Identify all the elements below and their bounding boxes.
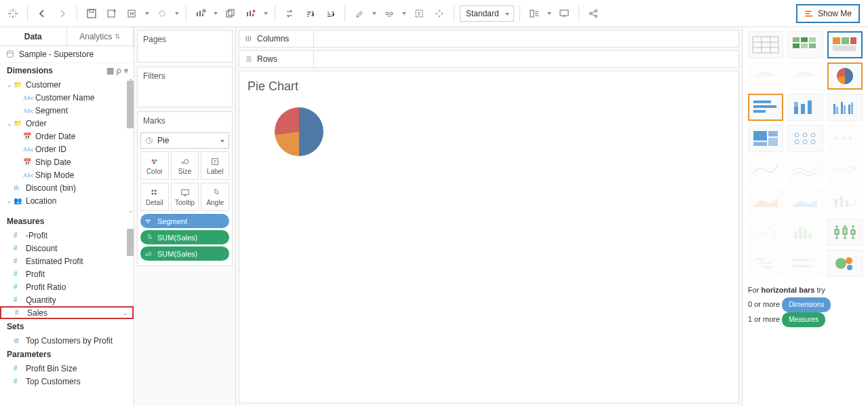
sm-line-discrete[interactable] [787,156,823,183]
field-order-date[interactable]: 📅Order Date [0,130,134,143]
sm-side-by-side-bar[interactable] [827,94,863,121]
pages-shelf[interactable]: Pages [137,30,233,62]
refresh-button[interactable] [153,5,171,22]
sort-asc-button[interactable] [301,5,319,22]
tab-analytics[interactable]: Analytics⇅ [67,27,134,45]
view-grid-icon[interactable]: ▦ [106,66,114,75]
marks-size-button[interactable]: Size [171,151,199,180]
sm-symbol-map[interactable] [748,62,783,90]
field-profit-ratio[interactable]: Profit Ratio [0,280,134,293]
pill-sum-sales-size[interactable]: SUM(Sales) [140,246,229,261]
share-button[interactable] [585,5,602,22]
field-ship-date[interactable]: 📅Ship Date [0,155,134,168]
rows-shelf[interactable]: Rows [239,50,739,68]
sm-box-plot[interactable] [827,219,863,246]
svg-rect-25 [151,189,153,191]
set-top-customers-by-profit[interactable]: ⊘Top Customers by Profit [0,334,134,347]
sm-text-table[interactable] [748,31,783,58]
dropdown-icon[interactable] [262,5,269,22]
sort-desc-button[interactable] [321,5,339,22]
columns-shelf[interactable]: Columns [239,30,739,48]
field-ship-mode[interactable]: AbcShip Mode [0,168,134,181]
tab-data[interactable]: Data [0,27,67,45]
viz-title[interactable]: Pie Chart [248,79,730,94]
sm-area-discrete[interactable] [787,187,823,215]
folder-customer[interactable]: ⌄📁Customer [0,78,134,91]
sm-dual-combo[interactable] [827,187,863,215]
filters-shelf[interactable]: Filters [137,67,233,107]
pill-sum-sales-angle[interactable]: SUM(Sales) [140,230,229,244]
sm-side-circles[interactable] [827,125,863,152]
rows-icon [245,55,253,63]
show-labels-button[interactable]: T [410,5,428,22]
menu-icon[interactable]: ▾ [124,66,128,75]
param-profit-bin-size[interactable]: Profit Bin Size [0,362,134,375]
save-button[interactable] [83,5,100,22]
sm-filled-map[interactable] [787,62,823,90]
dropdown-icon[interactable] [212,5,219,22]
svg-point-70 [842,137,845,140]
duplicate-sheet-button[interactable] [222,5,239,22]
show-me-button[interactable]: Show Me [796,4,860,23]
field-order-id[interactable]: AbcOrder ID [0,143,134,155]
sm-gantt[interactable] [748,250,783,277]
presentation-button[interactable] [555,5,573,22]
field-estimated-profit[interactable]: Estimated Profit [0,255,134,267]
marks-angle-button[interactable]: Angle [201,183,229,211]
mark-type-select[interactable]: Pie [140,132,229,149]
new-datasource-button[interactable] [103,5,121,22]
main-area: Data Analytics⇅ Sample - Superstore Dime… [0,27,868,406]
sm-packed-bubbles[interactable] [827,250,863,277]
dropdown-icon[interactable] [401,5,408,22]
new-worksheet-button[interactable] [192,5,210,22]
sm-pie[interactable] [827,62,863,90]
clear-sheet-button[interactable] [242,5,260,22]
sm-treemap[interactable] [748,125,783,152]
sm-histogram[interactable] [787,219,823,246]
marks-detail-button[interactable]: Detail [140,183,169,211]
sm-dual-line[interactable] [827,156,863,183]
field-sales[interactable]: Sales⌄ [0,306,134,319]
group-button[interactable] [380,5,398,22]
sm-stacked-bar[interactable] [787,94,823,121]
dropdown-icon[interactable] [546,5,553,22]
marks-label-button[interactable]: TLabel [201,151,229,180]
pause-auto-updates-button[interactable] [123,5,141,22]
show-cards-button[interactable] [526,5,543,22]
fit-select[interactable]: Standard [460,5,514,22]
sm-circle-views[interactable] [787,125,823,152]
folder-location[interactable]: ⌄👥Location [0,194,134,207]
sm-bullet[interactable] [787,250,823,277]
param-top-customers[interactable]: Top Customers [0,375,134,388]
fix-axes-button[interactable] [431,5,448,22]
sm-heatmap[interactable] [787,31,823,58]
marks-tooltip-button[interactable]: Tooltip [171,183,199,211]
sm-line-continuous[interactable] [748,156,783,183]
field-profit[interactable]: Profit [0,267,134,280]
field-quantity[interactable]: Quantity [0,293,134,306]
dropdown-icon[interactable] [174,5,180,22]
swap-button[interactable] [281,5,298,22]
back-button[interactable] [33,5,51,22]
svg-rect-46 [753,100,771,103]
field-segment[interactable]: AbcSegment [0,104,134,117]
dropdown-icon[interactable] [144,5,151,22]
svg-rect-3 [128,10,135,17]
forward-button[interactable] [54,5,71,22]
sm-area-continuous[interactable] [748,187,783,215]
pill-segment[interactable]: Segment [140,214,229,228]
datasource-row[interactable]: Sample - Superstore [0,46,134,63]
dropdown-icon[interactable] [371,5,378,22]
field-customer-name[interactable]: AbcCustomer Name [0,91,134,104]
pie-chart[interactable] [275,107,323,156]
folder-order[interactable]: ⌄📁Order [0,117,134,130]
marks-color-button[interactable]: Color [140,151,169,180]
sm-horizontal-bar[interactable] [748,94,783,121]
sm-scatter[interactable]: ++ [748,219,783,246]
field-neg-profit[interactable]: -Profit [0,229,134,242]
search-icon[interactable]: ρ [117,66,121,75]
highlight-button[interactable] [351,5,368,22]
field-discount[interactable]: Discount [0,242,134,255]
sm-highlight-table[interactable] [827,31,863,58]
field-discount-bin[interactable]: ılıDiscount (bin) [0,181,134,194]
